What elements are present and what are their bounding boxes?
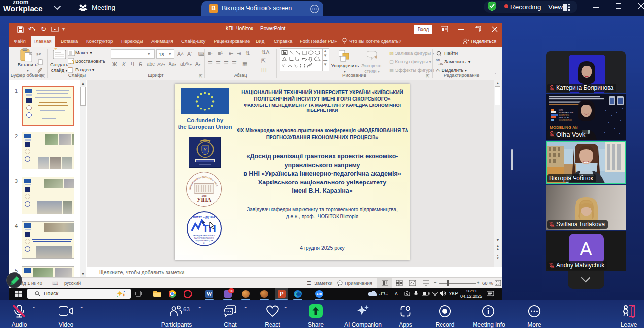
svg-text:INTERNATIONAL: INTERNATIONAL (559, 112, 574, 114)
svg-text:CONFERENCE: CONFERENCE (559, 119, 572, 121)
svg-text:PRACTICAL: PRACTICAL (559, 117, 569, 119)
svg-text:ICTE: ICTE (559, 109, 563, 111)
svg-text:МИТЕУ за ДД 1994: МИТЕУ за ДД 1994 (193, 216, 215, 219)
svg-text:SCIENTIFIC: SCIENTIFIC (559, 114, 569, 116)
svg-text:У: У (203, 146, 207, 152)
svg-text:MODELING AN: MODELING AN (550, 125, 578, 130)
svg-text:・・д・・: ・・д・・ (199, 242, 209, 244)
svg-text:УІПА: УІПА (197, 197, 212, 203)
